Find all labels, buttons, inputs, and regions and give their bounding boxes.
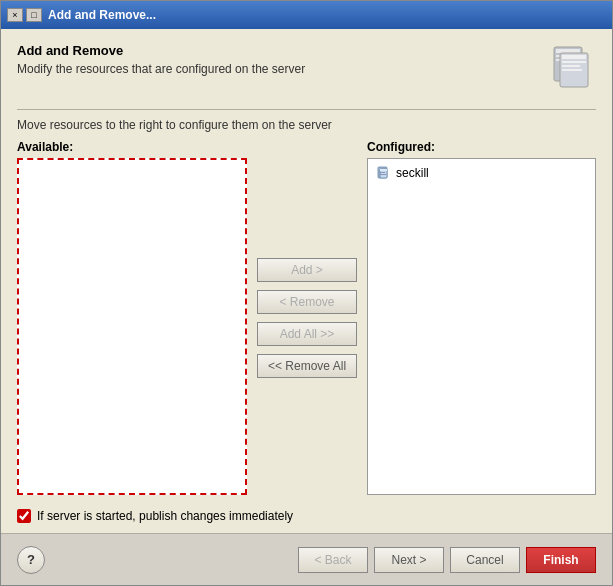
configured-label: Configured:: [367, 140, 596, 154]
add-button[interactable]: Add >: [257, 258, 357, 282]
configured-list[interactable]: seckill: [367, 158, 596, 495]
back-button[interactable]: < Back: [298, 547, 368, 573]
minimize-button[interactable]: □: [26, 8, 42, 22]
seckill-label: seckill: [396, 166, 429, 180]
publish-checkbox-label: If server is started, publish changes im…: [37, 509, 293, 523]
dialog-footer: ? < Back Next > Cancel Finish: [1, 533, 612, 585]
svg-rect-1: [556, 49, 580, 53]
close-button[interactable]: ×: [7, 8, 23, 22]
svg-rect-7: [562, 65, 580, 67]
main-window: × □ Add and Remove... Add and Remove Mod…: [0, 0, 613, 586]
instruction-text: Move resources to the right to configure…: [17, 118, 596, 132]
transfer-area: Available: Add > < Remove Add All >> << …: [17, 140, 596, 495]
footer-right: < Back Next > Cancel Finish: [298, 547, 596, 573]
dialog-title: Add and Remove: [17, 43, 305, 58]
server-icon-container: [546, 43, 596, 93]
next-button[interactable]: Next >: [374, 547, 444, 573]
window-title: Add and Remove...: [48, 8, 606, 22]
add-all-button[interactable]: Add All >>: [257, 322, 357, 346]
available-list[interactable]: [17, 158, 247, 495]
publish-checkbox-row: If server is started, publish changes im…: [17, 509, 596, 523]
svg-rect-6: [562, 61, 586, 63]
publish-checkbox[interactable]: [17, 509, 31, 523]
finish-button[interactable]: Finish: [526, 547, 596, 573]
remove-button[interactable]: < Remove: [257, 290, 357, 314]
help-button[interactable]: ?: [17, 546, 45, 574]
action-buttons: Add > < Remove Add All >> << Remove All: [247, 140, 367, 495]
server-icon-svg: [546, 43, 596, 93]
available-panel: Available:: [17, 140, 247, 495]
header-section: Add and Remove Modify the resources that…: [17, 43, 596, 93]
available-label: Available:: [17, 140, 247, 154]
dialog-content: Add and Remove Modify the resources that…: [1, 29, 612, 533]
svg-rect-13: [380, 174, 386, 175]
seckill-icon: [376, 165, 392, 181]
footer-left: ?: [17, 546, 45, 574]
dialog-subtitle: Modify the resources that are configured…: [17, 62, 305, 76]
title-bar: × □ Add and Remove...: [1, 1, 612, 29]
header-text: Add and Remove Modify the resources that…: [17, 43, 305, 76]
cancel-button[interactable]: Cancel: [450, 547, 520, 573]
header-divider: [17, 109, 596, 110]
list-item[interactable]: seckill: [372, 163, 591, 183]
remove-all-button[interactable]: << Remove All: [257, 354, 357, 378]
svg-rect-12: [380, 172, 385, 173]
configured-panel: Configured: seckill: [367, 140, 596, 495]
svg-rect-11: [380, 169, 387, 171]
svg-rect-5: [562, 55, 586, 59]
svg-rect-8: [562, 69, 582, 71]
title-bar-buttons: × □: [7, 8, 42, 22]
